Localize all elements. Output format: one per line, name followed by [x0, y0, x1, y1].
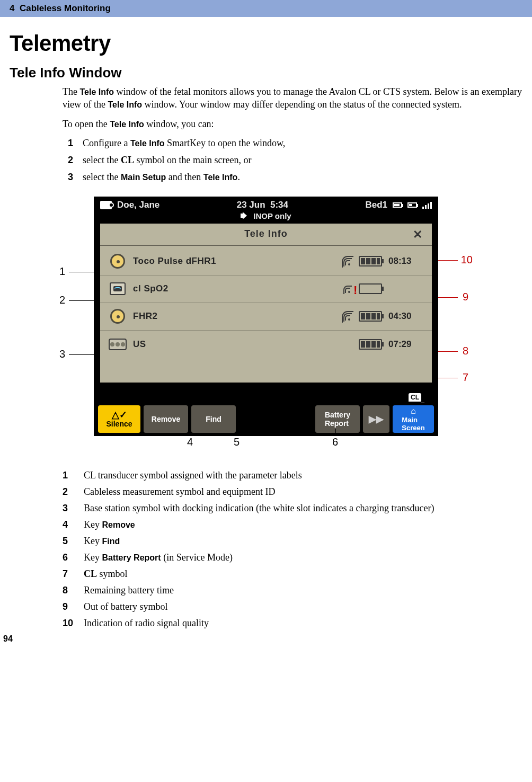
row-time: 07:29: [388, 339, 423, 350]
intro-paragraph-1: The Tele Info window of the fetal monito…: [63, 85, 522, 111]
callout-3: 3: [59, 348, 65, 360]
cl-bold: CL: [121, 155, 134, 165]
softkey-bar: △✓ Silence Remove Find Battery Report ▶▶…: [95, 403, 437, 435]
tele-row[interactable]: FHR2 04:30: [100, 303, 432, 331]
find-button[interactable]: Find: [191, 405, 236, 433]
tele-info-figure: 1 2 3 10 9 8 7 Doe, Jane 23 Jun 5:34 Bed…: [59, 197, 473, 454]
silence-icon: △✓: [112, 410, 127, 420]
monitor-top-bar: Doe, Jane 23 Jun 5:34 Bed1: [95, 198, 437, 210]
step-1: 1Configure a Tele Info SmartKey to open …: [63, 137, 522, 149]
silence-button[interactable]: △✓ Silence: [98, 405, 140, 433]
callout-5: 5: [234, 436, 240, 448]
section-heading-h1: Telemetry: [10, 31, 522, 56]
legend-item: 1CL transducer symbol assigned with the …: [63, 470, 522, 481]
cl-tag: CL: [409, 393, 421, 402]
next-page-button[interactable]: ▶▶: [363, 405, 389, 433]
callout-2: 2: [59, 294, 65, 306]
cableless-box-icon: [109, 281, 127, 297]
callout-1: 1: [59, 265, 65, 278]
signal-icon: [341, 283, 352, 294]
legend-item: 6Key Battery Report (in Service Mode): [63, 552, 522, 563]
signal-icon: [341, 311, 352, 322]
legend-item: 4Key Remove: [63, 519, 522, 530]
legend-item: 8Remaining battery time: [63, 585, 522, 596]
row-time: 08:13: [388, 256, 423, 266]
callout-6: 6: [332, 436, 338, 448]
battery-icon: [359, 311, 382, 322]
time-label: 5:34: [270, 200, 288, 210]
callout-10: 10: [461, 254, 473, 266]
term-tele-info: Tele Info: [130, 139, 165, 148]
row-label: Toco Pulse dFHR1: [133, 256, 334, 266]
legend-item: 9Out of battery symbol: [63, 601, 522, 612]
tele-info-panel: Tele Info ✕ Toco Pulse dFHR1 08:13 cl Sp…: [100, 224, 432, 383]
chapter-title: Cableless Monitoring: [20, 3, 111, 13]
term-tele-info: Tele Info: [110, 120, 144, 129]
panel-title: Tele Info: [244, 228, 288, 239]
term-battery-report: Battery Report: [102, 553, 161, 562]
chapter-number: 4: [10, 3, 14, 13]
intro-paragraph-2: To open the Tele Info window, you can:: [63, 118, 522, 130]
mute-icon: [241, 212, 249, 219]
tele-row[interactable]: US 07:29: [100, 331, 432, 358]
date-label: 23 Jun: [237, 200, 265, 210]
transport-icon: [100, 201, 112, 209]
row-label: US: [133, 339, 334, 350]
section-heading-h2: Tele Info Window: [10, 65, 522, 81]
tele-row[interactable]: cl SpO2 !: [100, 276, 432, 303]
page-number: 94: [3, 634, 13, 644]
term-main-setup: Main Setup: [121, 173, 166, 182]
legend-item: 7CL symbol: [63, 568, 522, 580]
term-tele-info: Tele Info: [108, 100, 142, 109]
legend-item: 10Indication of radio signal quality: [63, 618, 522, 629]
open-steps-list: 1Configure a Tele Info SmartKey to open …: [63, 137, 522, 184]
patient-name: Doe, Jane: [117, 200, 159, 210]
home-icon: ⌂: [411, 406, 416, 416]
forward-icon: ▶▶: [369, 413, 384, 425]
chapter-header-bar: 4 Cableless Monitoring: [0, 0, 532, 17]
callout-8: 8: [463, 345, 468, 357]
battery-report-button[interactable]: Battery Report: [315, 405, 360, 433]
callout-9: 9: [463, 291, 468, 303]
battery-mini-icon: [393, 202, 402, 208]
term-tele-info: Tele Info: [203, 173, 238, 182]
monitor-screen: Doe, Jane 23 Jun 5:34 Bed1 INOP only: [94, 197, 438, 436]
term-remove: Remove: [102, 520, 135, 529]
battery-icon: [359, 339, 382, 350]
row-label: cl SpO2: [133, 283, 334, 294]
callout-7: 7: [463, 371, 468, 384]
step-3: 3select the Main Setup and then Tele Inf…: [63, 171, 522, 183]
legend-item: 3Base station symbol with docking indica…: [63, 503, 522, 514]
battery-icon: [359, 256, 382, 266]
signal-mini-icon: [422, 201, 432, 209]
callout-4: 4: [187, 436, 193, 448]
term-tele-info: Tele Info: [79, 87, 114, 96]
battery-low-icon: !: [359, 283, 382, 294]
cl-bold: CL: [84, 568, 97, 579]
row-time: 04:30: [388, 311, 423, 322]
remove-button[interactable]: Remove: [144, 405, 188, 433]
tele-row[interactable]: Toco Pulse dFHR1 08:13: [100, 248, 432, 276]
step-2: 2select the CL symbol on the main screen…: [63, 154, 522, 166]
battery-mini-icon: [407, 202, 417, 208]
inop-label: INOP only: [253, 211, 291, 220]
transducer-round-icon: [109, 308, 127, 324]
transducer-round-icon: [109, 253, 127, 269]
monitor-sub-bar: INOP only: [95, 210, 437, 223]
base-station-icon: [109, 336, 127, 352]
legend-item: 2Cableless measurement symbol and equipm…: [63, 486, 522, 497]
row-label: FHR2: [133, 311, 334, 322]
main-screen-button[interactable]: ⌂ Main Screen: [393, 405, 434, 433]
signal-icon: [341, 256, 352, 266]
bed-label: Bed1: [365, 200, 387, 210]
callout-legend: 1CL transducer symbol assigned with the …: [63, 470, 522, 629]
legend-item: 5Key Find: [63, 536, 522, 547]
close-icon[interactable]: ✕: [410, 228, 425, 242]
term-find: Find: [102, 537, 120, 546]
